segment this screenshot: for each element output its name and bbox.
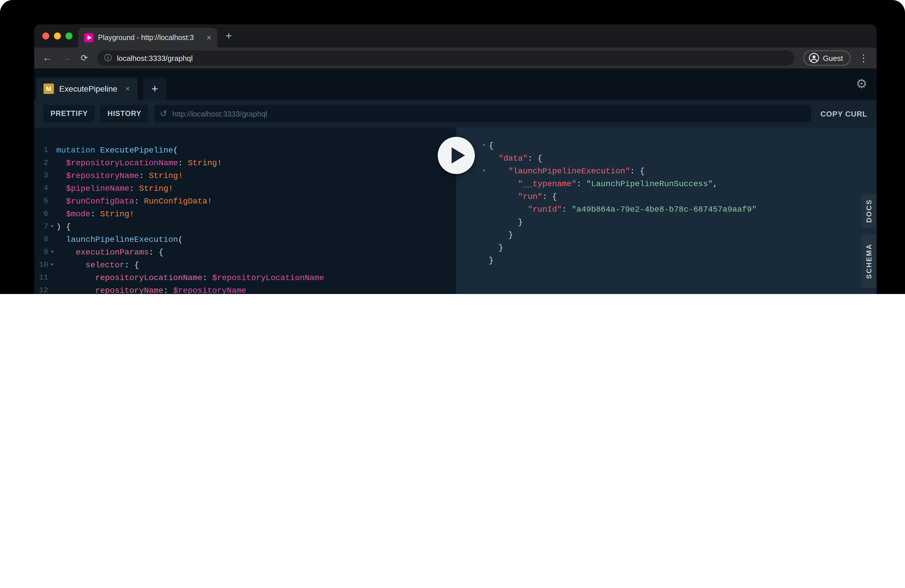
fold-gutter (48, 182, 56, 195)
code-line: 11 repositoryLocationName: $repositoryLo… (34, 272, 456, 284)
query-pane: 1mutation ExecutePipeline(2 $repositoryL… (34, 127, 456, 294)
code-text: } (489, 254, 494, 267)
code-text: "__typename": "LaunchPipelineRunSuccess"… (489, 178, 718, 190)
code-text: repositoryName: $repositoryName (56, 284, 246, 294)
fold-gutter (479, 241, 489, 254)
window-zoom-button[interactable] (65, 32, 73, 40)
code-line: 12 repositoryName: $repositoryName (34, 284, 456, 294)
browser-tab-title: Playground - http://localhost:3 (98, 33, 202, 42)
code-text: } (489, 216, 523, 229)
screen-background: Playground - http://localhost:3 ✕ + ← → … (0, 0, 905, 294)
schema-tab[interactable]: SCHEMA (862, 234, 876, 288)
session-close-icon[interactable]: ✕ (125, 85, 130, 92)
code-line: 2 $repositoryLocationName: String! (34, 157, 456, 169)
code-line: 7▾) { (34, 220, 456, 233)
new-tab-button[interactable]: + (225, 26, 232, 48)
line-number: 8 (34, 233, 48, 246)
code-text: $repositoryLocationName: String! (56, 157, 222, 169)
profile-label: Guest (823, 54, 843, 62)
fold-gutter (479, 229, 489, 241)
graphql-playground: M ExecutePipeline ✕ + ⚙ PRETTIFY HISTORY… (34, 68, 876, 294)
fold-gutter (48, 169, 56, 182)
playground-favicon-icon (84, 33, 93, 42)
code-text: "run": { (489, 190, 557, 203)
fold-caret-icon[interactable]: ▾ (48, 259, 56, 272)
profile-button[interactable]: Guest (804, 51, 851, 65)
browser-navbar: ← → ⟳ ⓘ localhost:3333/graphql Guest ⋮ (34, 48, 876, 68)
window-minimize-button[interactable] (54, 32, 61, 40)
line-number: 12 (34, 284, 48, 294)
code-line: 5 $runConfigData: RunConfigData! (34, 195, 456, 208)
line-number: 5 (34, 195, 48, 208)
code-text: { (489, 139, 494, 152)
code-line: } (479, 241, 876, 254)
reload-icon[interactable]: ⟳ (81, 53, 88, 63)
code-line: ▾ "launchPipelineExecution": { (479, 165, 876, 178)
code-text: launchPipelineExecution( (56, 233, 183, 246)
code-text: executionParams: { (56, 246, 164, 259)
session-tab-title: ExecutePipeline (59, 84, 117, 93)
tab-close-icon[interactable]: ✕ (206, 34, 212, 41)
fold-caret-icon[interactable]: ▾ (479, 139, 489, 152)
line-number: 1 (34, 144, 48, 157)
replay-icon: ↺ (160, 108, 167, 119)
fold-gutter (479, 152, 489, 165)
query-editor[interactable]: 1mutation ExecutePipeline(2 $repositoryL… (34, 127, 456, 294)
fold-caret-icon[interactable]: ▾ (48, 246, 56, 259)
code-text: "data": { (489, 152, 542, 165)
code-text: mutation ExecutePipeline( (56, 144, 178, 157)
line-number: 11 (34, 272, 48, 284)
browser-tab[interactable]: Playground - http://localhost:3 ✕ (78, 28, 218, 48)
code-line: "runId": "a49b864a-79e2-4be8-b78c-687457… (479, 203, 876, 216)
response-viewer[interactable]: ▾{ "data": {▾ "launchPipelineExecution":… (456, 127, 876, 294)
browser-tabstrip: Playground - http://localhost:3 ✕ + (34, 24, 876, 48)
fold-gutter (48, 144, 56, 157)
browser-menu-icon[interactable]: ⋮ (859, 52, 868, 64)
endpoint-input[interactable]: ↺ http://localhost:3333/graphql (154, 105, 811, 122)
playground-toolbar: PRETTIFY HISTORY ↺ http://localhost:3333… (34, 100, 876, 127)
fold-gutter (479, 203, 489, 216)
fold-gutter (48, 157, 56, 169)
fold-gutter (48, 195, 56, 208)
code-line: "run": { (479, 190, 876, 203)
docs-tab[interactable]: DOCS (862, 194, 876, 228)
fold-gutter (48, 272, 56, 284)
window-close-button[interactable] (42, 32, 49, 40)
code-line: 1mutation ExecutePipeline( (34, 144, 456, 157)
code-text: ) { (56, 220, 71, 233)
code-text: "launchPipelineExecution": { (489, 165, 645, 178)
address-bar[interactable]: ⓘ localhost:3333/graphql (97, 51, 794, 65)
copy-curl-button[interactable]: COPY CURL (820, 109, 867, 118)
fold-caret-icon[interactable]: ▾ (479, 165, 489, 178)
prettify-button[interactable]: PRETTIFY (43, 105, 95, 122)
code-line: 10▾ selector: { (34, 259, 456, 272)
code-line: 4 $pipelineName: String! (34, 182, 456, 195)
code-line: } (479, 254, 876, 267)
code-text: "runId": "a49b864a-79e2-4be8-b78c-687457… (489, 203, 757, 216)
settings-gear-icon[interactable]: ⚙ (856, 76, 867, 92)
execute-button[interactable] (438, 137, 475, 174)
fold-caret-icon[interactable]: ▾ (48, 220, 56, 233)
code-line: ▾{ (479, 139, 876, 152)
line-number: 6 (34, 208, 48, 220)
line-number: 2 (34, 157, 48, 169)
session-tabbar: M ExecutePipeline ✕ + ⚙ (34, 68, 876, 100)
forward-icon[interactable]: → (62, 52, 71, 64)
site-info-icon[interactable]: ⓘ (104, 53, 111, 63)
code-line: 8 launchPipelineExecution( (34, 233, 456, 246)
fold-gutter (479, 216, 489, 229)
back-icon[interactable]: ← (42, 52, 52, 64)
session-tab-executepipeline[interactable]: M ExecutePipeline ✕ (37, 78, 137, 100)
code-line: 3 $repositoryName: String! (34, 169, 456, 182)
fold-gutter (48, 284, 56, 294)
code-text: $runConfigData: RunConfigData! (56, 195, 212, 208)
fold-gutter (479, 178, 489, 190)
new-session-button[interactable]: + (143, 78, 167, 100)
history-button[interactable]: HISTORY (101, 105, 148, 122)
line-number: 3 (34, 169, 48, 182)
line-number: 9 (34, 246, 48, 259)
code-text: } (489, 229, 513, 241)
guest-avatar-icon (809, 53, 819, 63)
code-text: $pipelineName: String! (56, 182, 173, 195)
code-line: } (479, 229, 876, 241)
